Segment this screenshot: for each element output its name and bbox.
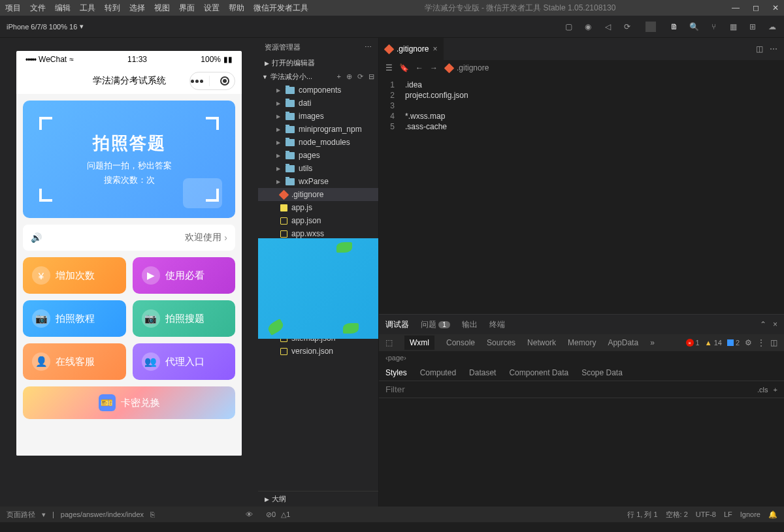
- tab-scopedata[interactable]: Scope Data: [581, 368, 623, 377]
- tab-sources[interactable]: Sources: [487, 338, 515, 347]
- project-section[interactable]: ▼学法减分小... + ⊕ ⟳ ⊟: [258, 70, 378, 84]
- menu-界面[interactable]: 界面: [179, 3, 195, 14]
- app-button-3[interactable]: 📷拍照搜题: [133, 300, 236, 337]
- status-item[interactable]: 空格: 2: [666, 510, 688, 520]
- tree-item[interactable]: ▶node_modules: [258, 136, 378, 149]
- tree-item[interactable]: sitemap.json: [258, 332, 378, 345]
- close-tab-icon[interactable]: ×: [433, 44, 437, 54]
- status-item[interactable]: UTF-8: [696, 510, 716, 518]
- minimize-button[interactable]: —: [732, 3, 740, 12]
- editor-tab-gitignore[interactable]: .gitignore ×: [379, 38, 444, 60]
- app-button-2[interactable]: 📷拍照教程: [23, 300, 126, 337]
- menu-编辑[interactable]: 编辑: [55, 3, 71, 14]
- back-icon[interactable]: ◁: [602, 22, 613, 32]
- menu-转到[interactable]: 转到: [105, 3, 120, 14]
- refresh-icon[interactable]: ⟳: [622, 22, 632, 32]
- copy-icon[interactable]: ⎘: [150, 510, 155, 518]
- list-icon[interactable]: ☰: [385, 63, 393, 72]
- tab-wxml[interactable]: Wxml: [404, 336, 434, 350]
- back-icon[interactable]: ←: [416, 63, 423, 72]
- tree-item[interactable]: ▶pages: [258, 149, 378, 162]
- tab-appdata[interactable]: AppData: [608, 338, 638, 347]
- tree-item[interactable]: ▶wxParse: [258, 175, 378, 188]
- tree-item[interactable]: iREADME.md: [258, 305, 378, 319]
- menu-工具[interactable]: 工具: [80, 3, 95, 14]
- status-item[interactable]: Ignore: [740, 510, 760, 518]
- capsule-button[interactable]: [189, 72, 235, 90]
- filter-input[interactable]: [385, 384, 757, 394]
- bookmark-icon[interactable]: 🔖: [399, 63, 409, 72]
- code-editor[interactable]: 1.idea2project.config.json34*.wxss.map5.…: [379, 76, 784, 314]
- menu-帮助[interactable]: 帮助: [229, 3, 244, 14]
- app-button-5[interactable]: 👥代理入口: [133, 343, 236, 380]
- close-button[interactable]: ✕: [772, 3, 779, 12]
- split-icon[interactable]: ◫: [756, 44, 763, 54]
- more-icon[interactable]: ⋯: [365, 43, 372, 52]
- welcome-bar[interactable]: 🔊 欢迎使用 ›: [23, 225, 235, 251]
- more-icon[interactable]: ⋯: [770, 44, 777, 54]
- menu-文件[interactable]: 文件: [30, 3, 46, 14]
- tree-item[interactable]: package-lock.json: [258, 240, 378, 253]
- git-icon[interactable]: ⑂: [708, 22, 719, 32]
- tree-item[interactable]: ▶dati: [258, 97, 378, 110]
- plugin-icon[interactable]: ▦: [728, 22, 738, 32]
- tab-output[interactable]: 输出: [462, 319, 478, 330]
- page-path[interactable]: pages/answer/index/index: [61, 510, 144, 518]
- menu-选择[interactable]: 选择: [129, 3, 145, 14]
- dock-icon[interactable]: ◫: [770, 338, 777, 347]
- search-icon[interactable]: 🔍: [689, 22, 699, 32]
- device-icon[interactable]: ▢: [563, 22, 574, 32]
- tree-item[interactable]: .gitignore: [258, 188, 378, 201]
- record-icon[interactable]: ◉: [583, 22, 593, 32]
- inspect-icon[interactable]: ⬚: [385, 338, 393, 347]
- more-tabs-icon[interactable]: »: [650, 338, 655, 347]
- tab-terminal[interactable]: 终端: [489, 319, 505, 330]
- outline-section[interactable]: ▶大纲: [258, 491, 378, 507]
- tab-problems[interactable]: 问题 1: [421, 319, 450, 330]
- refresh-tree-icon[interactable]: ⟳: [357, 72, 363, 81]
- app-button-4[interactable]: 👤在线客服: [23, 343, 126, 380]
- tree-item[interactable]: ▶components: [258, 84, 378, 97]
- cls-toggle[interactable]: .cls: [757, 386, 768, 394]
- tab-componentdata[interactable]: Component Data: [509, 368, 568, 377]
- panel-icon[interactable]: ⊞: [747, 22, 758, 32]
- menu-微信开发者工具[interactable]: 微信开发者工具: [253, 3, 308, 14]
- tab-memory[interactable]: Memory: [568, 338, 596, 347]
- new-folder-icon[interactable]: ⊕: [346, 72, 352, 81]
- bell-icon[interactable]: 🔔: [768, 510, 777, 519]
- tree-item[interactable]: version.json: [258, 345, 378, 358]
- gear-icon[interactable]: ⚙: [745, 338, 752, 347]
- add-style-icon[interactable]: +: [774, 386, 777, 394]
- tab-styles[interactable]: Styles: [385, 368, 407, 377]
- tab-debugger[interactable]: 调试器: [385, 319, 409, 330]
- menu-项目[interactable]: 项目: [5, 3, 21, 14]
- open-editors-section[interactable]: ▶打开的编辑器: [258, 56, 378, 70]
- tree-item[interactable]: app.js: [258, 201, 378, 214]
- app-button-1[interactable]: ▶使用必看: [133, 257, 236, 294]
- tree-item[interactable]: ▶utils: [258, 162, 378, 175]
- tree-item[interactable]: ▶images: [258, 110, 378, 123]
- maximize-button[interactable]: ◻: [753, 3, 759, 12]
- forward-icon[interactable]: →: [430, 63, 438, 72]
- tree-item[interactable]: iREADME.en.md: [258, 292, 378, 305]
- tree-item[interactable]: app.json: [258, 214, 378, 227]
- tree-item[interactable]: app.wxss: [258, 227, 378, 240]
- tab-console[interactable]: Console: [446, 338, 475, 347]
- chevron-up-icon[interactable]: ⌃: [760, 320, 766, 329]
- tree-item[interactable]: project.private.config.js...: [258, 279, 378, 292]
- close-icon[interactable]: ×: [773, 320, 777, 329]
- eye-icon[interactable]: 👁: [246, 510, 253, 518]
- redeem-button[interactable]: 🎫 卡密兑换: [23, 386, 235, 419]
- menu-设置[interactable]: 设置: [204, 3, 220, 14]
- menu-视图[interactable]: 视图: [154, 3, 170, 14]
- status-item[interactable]: LF: [724, 510, 732, 518]
- cloud-icon[interactable]: ☁: [767, 22, 777, 32]
- new-file-icon[interactable]: +: [337, 72, 341, 81]
- tree-item[interactable]: package.json: [258, 253, 378, 266]
- device-selector[interactable]: iPhone 6/7/8 100% 16▾: [7, 22, 84, 31]
- tree-item[interactable]: ▶miniprogram_npm: [258, 123, 378, 136]
- app-button-0[interactable]: ¥增加次数: [23, 257, 126, 294]
- tab-computed[interactable]: Computed: [420, 368, 456, 377]
- tree-item[interactable]: siteinfo.js: [258, 319, 378, 332]
- status-item[interactable]: 行 1, 列 1: [627, 510, 657, 520]
